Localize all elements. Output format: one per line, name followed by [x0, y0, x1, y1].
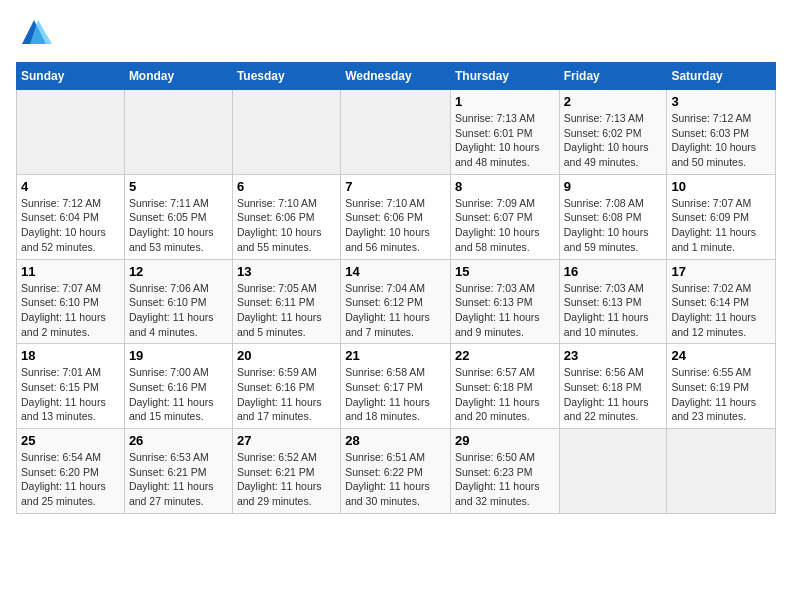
calendar-cell: 13Sunrise: 7:05 AM Sunset: 6:11 PM Dayli… — [232, 259, 340, 344]
calendar-cell: 5Sunrise: 7:11 AM Sunset: 6:05 PM Daylig… — [124, 174, 232, 259]
day-info: Sunrise: 7:07 AM Sunset: 6:09 PM Dayligh… — [671, 196, 771, 255]
day-number: 3 — [671, 94, 771, 109]
day-info: Sunrise: 6:55 AM Sunset: 6:19 PM Dayligh… — [671, 365, 771, 424]
calendar-cell: 29Sunrise: 6:50 AM Sunset: 6:23 PM Dayli… — [450, 429, 559, 514]
day-info: Sunrise: 7:01 AM Sunset: 6:15 PM Dayligh… — [21, 365, 120, 424]
col-header-tuesday: Tuesday — [232, 63, 340, 90]
week-row-3: 11Sunrise: 7:07 AM Sunset: 6:10 PM Dayli… — [17, 259, 776, 344]
calendar-cell: 6Sunrise: 7:10 AM Sunset: 6:06 PM Daylig… — [232, 174, 340, 259]
col-header-wednesday: Wednesday — [341, 63, 451, 90]
day-number: 12 — [129, 264, 228, 279]
calendar-cell: 21Sunrise: 6:58 AM Sunset: 6:17 PM Dayli… — [341, 344, 451, 429]
calendar-cell: 15Sunrise: 7:03 AM Sunset: 6:13 PM Dayli… — [450, 259, 559, 344]
week-row-1: 1Sunrise: 7:13 AM Sunset: 6:01 PM Daylig… — [17, 90, 776, 175]
calendar-cell: 4Sunrise: 7:12 AM Sunset: 6:04 PM Daylig… — [17, 174, 125, 259]
day-number: 29 — [455, 433, 555, 448]
calendar-cell — [341, 90, 451, 175]
day-number: 25 — [21, 433, 120, 448]
day-info: Sunrise: 7:12 AM Sunset: 6:03 PM Dayligh… — [671, 111, 771, 170]
day-info: Sunrise: 7:05 AM Sunset: 6:11 PM Dayligh… — [237, 281, 336, 340]
day-info: Sunrise: 7:13 AM Sunset: 6:02 PM Dayligh… — [564, 111, 663, 170]
day-number: 21 — [345, 348, 446, 363]
calendar-cell: 3Sunrise: 7:12 AM Sunset: 6:03 PM Daylig… — [667, 90, 776, 175]
calendar-cell: 27Sunrise: 6:52 AM Sunset: 6:21 PM Dayli… — [232, 429, 340, 514]
day-info: Sunrise: 6:50 AM Sunset: 6:23 PM Dayligh… — [455, 450, 555, 509]
day-number: 8 — [455, 179, 555, 194]
calendar-cell: 22Sunrise: 6:57 AM Sunset: 6:18 PM Dayli… — [450, 344, 559, 429]
calendar-cell: 25Sunrise: 6:54 AM Sunset: 6:20 PM Dayli… — [17, 429, 125, 514]
week-row-2: 4Sunrise: 7:12 AM Sunset: 6:04 PM Daylig… — [17, 174, 776, 259]
calendar-cell: 2Sunrise: 7:13 AM Sunset: 6:02 PM Daylig… — [559, 90, 667, 175]
day-info: Sunrise: 7:12 AM Sunset: 6:04 PM Dayligh… — [21, 196, 120, 255]
day-number: 10 — [671, 179, 771, 194]
day-number: 13 — [237, 264, 336, 279]
calendar-cell: 26Sunrise: 6:53 AM Sunset: 6:21 PM Dayli… — [124, 429, 232, 514]
calendar-cell: 19Sunrise: 7:00 AM Sunset: 6:16 PM Dayli… — [124, 344, 232, 429]
day-number: 27 — [237, 433, 336, 448]
day-info: Sunrise: 7:11 AM Sunset: 6:05 PM Dayligh… — [129, 196, 228, 255]
day-info: Sunrise: 7:03 AM Sunset: 6:13 PM Dayligh… — [455, 281, 555, 340]
logo-icon — [16, 16, 52, 52]
calendar-cell — [17, 90, 125, 175]
day-number: 1 — [455, 94, 555, 109]
day-info: Sunrise: 7:03 AM Sunset: 6:13 PM Dayligh… — [564, 281, 663, 340]
day-info: Sunrise: 7:08 AM Sunset: 6:08 PM Dayligh… — [564, 196, 663, 255]
day-number: 19 — [129, 348, 228, 363]
calendar-cell — [232, 90, 340, 175]
col-header-monday: Monday — [124, 63, 232, 90]
day-number: 11 — [21, 264, 120, 279]
day-number: 6 — [237, 179, 336, 194]
day-info: Sunrise: 7:00 AM Sunset: 6:16 PM Dayligh… — [129, 365, 228, 424]
day-info: Sunrise: 7:04 AM Sunset: 6:12 PM Dayligh… — [345, 281, 446, 340]
day-info: Sunrise: 7:07 AM Sunset: 6:10 PM Dayligh… — [21, 281, 120, 340]
day-number: 9 — [564, 179, 663, 194]
calendar-cell: 9Sunrise: 7:08 AM Sunset: 6:08 PM Daylig… — [559, 174, 667, 259]
day-number: 18 — [21, 348, 120, 363]
day-info: Sunrise: 7:02 AM Sunset: 6:14 PM Dayligh… — [671, 281, 771, 340]
day-info: Sunrise: 7:09 AM Sunset: 6:07 PM Dayligh… — [455, 196, 555, 255]
day-info: Sunrise: 7:13 AM Sunset: 6:01 PM Dayligh… — [455, 111, 555, 170]
calendar-cell: 12Sunrise: 7:06 AM Sunset: 6:10 PM Dayli… — [124, 259, 232, 344]
day-info: Sunrise: 6:59 AM Sunset: 6:16 PM Dayligh… — [237, 365, 336, 424]
calendar-cell: 14Sunrise: 7:04 AM Sunset: 6:12 PM Dayli… — [341, 259, 451, 344]
calendar-cell: 7Sunrise: 7:10 AM Sunset: 6:06 PM Daylig… — [341, 174, 451, 259]
calendar-cell: 20Sunrise: 6:59 AM Sunset: 6:16 PM Dayli… — [232, 344, 340, 429]
day-number: 5 — [129, 179, 228, 194]
calendar-cell: 8Sunrise: 7:09 AM Sunset: 6:07 PM Daylig… — [450, 174, 559, 259]
day-number: 26 — [129, 433, 228, 448]
day-info: Sunrise: 6:58 AM Sunset: 6:17 PM Dayligh… — [345, 365, 446, 424]
day-info: Sunrise: 6:57 AM Sunset: 6:18 PM Dayligh… — [455, 365, 555, 424]
day-number: 17 — [671, 264, 771, 279]
col-header-thursday: Thursday — [450, 63, 559, 90]
day-info: Sunrise: 6:54 AM Sunset: 6:20 PM Dayligh… — [21, 450, 120, 509]
day-info: Sunrise: 7:06 AM Sunset: 6:10 PM Dayligh… — [129, 281, 228, 340]
calendar-cell: 24Sunrise: 6:55 AM Sunset: 6:19 PM Dayli… — [667, 344, 776, 429]
day-number: 7 — [345, 179, 446, 194]
calendar-cell: 18Sunrise: 7:01 AM Sunset: 6:15 PM Dayli… — [17, 344, 125, 429]
calendar-table: SundayMondayTuesdayWednesdayThursdayFrid… — [16, 62, 776, 514]
day-number: 20 — [237, 348, 336, 363]
calendar-cell: 16Sunrise: 7:03 AM Sunset: 6:13 PM Dayli… — [559, 259, 667, 344]
day-info: Sunrise: 6:56 AM Sunset: 6:18 PM Dayligh… — [564, 365, 663, 424]
calendar-cell: 11Sunrise: 7:07 AM Sunset: 6:10 PM Dayli… — [17, 259, 125, 344]
col-header-friday: Friday — [559, 63, 667, 90]
day-number: 4 — [21, 179, 120, 194]
calendar-cell — [124, 90, 232, 175]
logo — [16, 16, 56, 52]
week-row-4: 18Sunrise: 7:01 AM Sunset: 6:15 PM Dayli… — [17, 344, 776, 429]
col-header-sunday: Sunday — [17, 63, 125, 90]
calendar-cell: 1Sunrise: 7:13 AM Sunset: 6:01 PM Daylig… — [450, 90, 559, 175]
calendar-cell — [667, 429, 776, 514]
calendar-cell: 23Sunrise: 6:56 AM Sunset: 6:18 PM Dayli… — [559, 344, 667, 429]
calendar-cell: 10Sunrise: 7:07 AM Sunset: 6:09 PM Dayli… — [667, 174, 776, 259]
day-info: Sunrise: 7:10 AM Sunset: 6:06 PM Dayligh… — [237, 196, 336, 255]
calendar-cell — [559, 429, 667, 514]
day-number: 2 — [564, 94, 663, 109]
day-number: 14 — [345, 264, 446, 279]
day-number: 23 — [564, 348, 663, 363]
day-number: 15 — [455, 264, 555, 279]
page-header — [16, 16, 776, 52]
day-number: 16 — [564, 264, 663, 279]
col-header-saturday: Saturday — [667, 63, 776, 90]
calendar-cell: 28Sunrise: 6:51 AM Sunset: 6:22 PM Dayli… — [341, 429, 451, 514]
